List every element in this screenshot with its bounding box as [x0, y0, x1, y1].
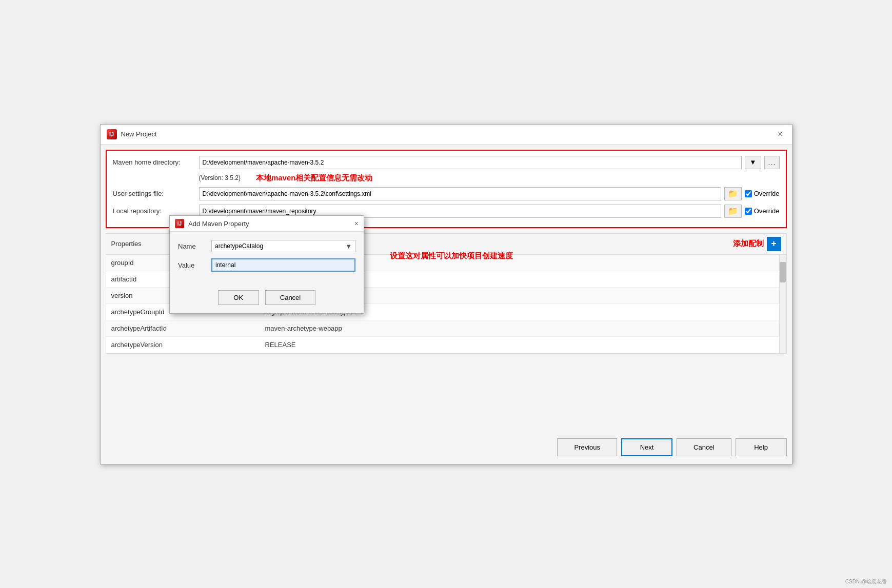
local-repo-override-label: Override — [745, 207, 780, 215]
local-repo-label: Local repository: — [113, 207, 195, 215]
previous-button[interactable]: Previous — [557, 438, 617, 456]
modal-name-input[interactable] — [212, 240, 342, 252]
user-settings-input-wrapper: 📁 Override — [199, 187, 780, 200]
user-settings-browse-button[interactable]: 📁 — [724, 187, 742, 200]
prop-key: archetypeVersion — [106, 337, 260, 353]
add-property-button[interactable]: + — [767, 237, 781, 251]
user-settings-row: User settings file: 📁 Override — [113, 187, 780, 200]
modal-body: Name ▼ Value — [170, 232, 364, 286]
local-repo-browse-button[interactable]: 📁 — [724, 205, 742, 218]
prop-key: archetypeArtifactId — [106, 320, 260, 336]
modal-title-text: Add Maven Property — [188, 220, 249, 228]
modal-footer: OK Cancel — [170, 286, 364, 313]
home-dir-label: Maven home directory: — [113, 158, 195, 166]
user-settings-label: User settings file: — [113, 190, 195, 197]
prop-value: RELEASE — [260, 337, 779, 353]
modal-value-input[interactable] — [211, 258, 355, 272]
home-dir-browse-button[interactable]: … — [764, 156, 780, 169]
scrollbar-thumb — [780, 262, 786, 282]
table-row: archetypeArtifactIdmaven-archetype-webap… — [106, 320, 779, 337]
window-close-button[interactable]: × — [775, 129, 785, 140]
modal-app-icon: IJ — [175, 219, 184, 228]
home-dir-input[interactable] — [199, 156, 742, 169]
app-icon: IJ — [107, 129, 117, 139]
next-button[interactable]: Next — [621, 438, 672, 456]
cancel-button[interactable]: Cancel — [677, 438, 731, 456]
local-repo-override-text: Override — [754, 207, 780, 215]
scrollbar[interactable] — [779, 255, 786, 353]
watermark: CSDN @暗恋花香 — [845, 578, 887, 585]
modal-title-bar: IJ Add Maven Property × — [170, 216, 364, 232]
modal-name-dropdown-arrow[interactable]: ▼ — [342, 242, 355, 250]
add-annotation: 添加配制 — [733, 239, 764, 249]
modal-value-label: Value — [178, 261, 206, 269]
help-button[interactable]: Help — [736, 438, 787, 456]
user-settings-override-checkbox[interactable] — [745, 190, 752, 197]
modal-close-button[interactable]: × — [354, 219, 359, 228]
user-settings-override-label: Override — [745, 190, 780, 197]
home-dir-row: Maven home directory: ▼ … — [113, 156, 780, 169]
add-maven-property-dialog: IJ Add Maven Property × Name ▼ Value OK … — [169, 215, 364, 314]
title-bar: IJ New Project × — [101, 125, 792, 145]
footer: Previous Next Cancel Help — [101, 431, 792, 464]
prop-value: maven-archetype-webapp — [260, 320, 779, 336]
properties-header: Properties — [111, 240, 142, 248]
title-bar-left: IJ New Project — [107, 129, 157, 139]
user-settings-input[interactable] — [199, 187, 721, 200]
modal-title-left: IJ Add Maven Property — [175, 219, 249, 228]
maven-annotation: 本地maven相关配置信息无需改动 — [256, 173, 373, 183]
window-title: New Project — [121, 130, 157, 138]
home-dir-dropdown-button[interactable]: ▼ — [745, 156, 761, 169]
modal-name-field: Name ▼ — [178, 240, 355, 252]
version-text: (Version: 3.5.2) — [199, 174, 241, 181]
user-settings-override-text: Override — [754, 190, 780, 197]
modal-name-label: Name — [178, 242, 206, 250]
modal-ok-button[interactable]: OK — [218, 290, 259, 305]
home-dir-input-wrapper: ▼ … — [199, 156, 780, 169]
modal-cancel-button[interactable]: Cancel — [265, 290, 315, 305]
modal-name-input-wrapper: ▼ — [211, 240, 355, 252]
modal-value-field: Value — [178, 258, 355, 272]
table-row: archetypeVersionRELEASE — [106, 337, 779, 353]
local-repo-override-checkbox[interactable] — [745, 208, 752, 215]
version-row: (Version: 3.5.2) 本地maven相关配置信息无需改动 — [199, 173, 780, 183]
